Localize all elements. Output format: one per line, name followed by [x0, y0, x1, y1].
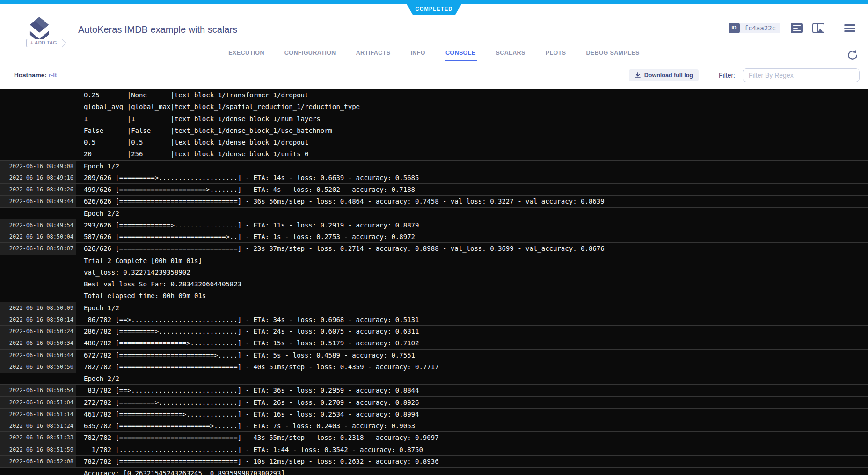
tab-bar: EXECUTIONCONFIGURATIONARTIFACTSINFOCONSO…: [0, 50, 868, 61]
log-line-text: Trial 2 Complete [00h 01m 01s]: [76, 255, 868, 266]
tab-plots[interactable]: PLOTS: [545, 50, 567, 61]
log-timestamp: [0, 267, 76, 278]
log-row: val_loss: 0.322714239358902: [0, 266, 868, 278]
log-line-text: global_avg |global_max|text_block_1/spat…: [76, 101, 868, 112]
log-line-text: 0.5 |0.5 |text_block_1/dense_block_1/dro…: [76, 137, 868, 148]
hostname-value: r-lt: [49, 72, 57, 79]
tab-scalars[interactable]: SCALARS: [495, 50, 526, 61]
log-line-text: 286/782 [=========>....................]…: [76, 326, 868, 337]
status-bar: [0, 0, 868, 4]
log-timestamp: 2022-06-16 08:49:44: [0, 196, 76, 207]
tab-debug-samples[interactable]: DEBUG SAMPLES: [585, 50, 640, 61]
log-timestamp: [0, 137, 76, 148]
split-view-icon[interactable]: [812, 23, 824, 33]
log-timestamp: 2022-06-16 08:51:04: [0, 397, 76, 408]
log-timestamp: 2022-06-16 08:50:04: [0, 231, 76, 242]
log-line-text: 0.25 |None |text_block_1/transformer_1/d…: [76, 89, 868, 101]
log-row: Total elapsed time: 00h 09m 01s: [0, 290, 868, 301]
log-line-text: 209/626 [=========>....................]…: [76, 172, 868, 183]
log-line-text: 461/782 [================>.............]…: [76, 409, 868, 420]
menu-icon[interactable]: [844, 22, 855, 34]
log-timestamp: [0, 468, 76, 475]
log-line-text: Epoch 2/2: [76, 373, 868, 384]
log-timestamp: [0, 113, 76, 124]
log-row: 2022-06-16 08:50:09 Epoch 1/2: [0, 302, 868, 314]
log-row: 2022-06-16 08:52:08 782/782 [===========…: [0, 455, 868, 467]
log-timestamp: [0, 125, 76, 136]
log-line-text: 20 |256 |text_block_1/dense_block_1/unit…: [76, 148, 868, 160]
log-timestamp: 2022-06-16 08:50:14: [0, 314, 76, 325]
log-line-text: 272/782 [=========>....................]…: [76, 397, 868, 408]
console-toolbar: Hostname: r-lt Download full log Filter:: [0, 61, 868, 89]
tab-configuration[interactable]: CONFIGURATION: [284, 50, 337, 61]
tab-console[interactable]: CONSOLE: [445, 50, 477, 61]
log-line-text: Epoch 1/2: [76, 161, 868, 172]
log-line-text: 83/782 [==>...........................] …: [76, 385, 868, 396]
log-row: 2022-06-16 08:51:14 461/782 [===========…: [0, 408, 868, 420]
log-row: 2022-06-16 08:50:50 782/782 [===========…: [0, 361, 868, 373]
log-row: 2022-06-16 08:51:04 272/782 [=========>.…: [0, 396, 868, 408]
log-row: 0.5 |0.5 |text_block_1/dense_block_1/dro…: [0, 136, 868, 148]
header-actions: ID fc4aa22c: [729, 22, 855, 34]
log-timestamp: 2022-06-16 08:51:14: [0, 409, 76, 420]
download-full-log-button[interactable]: Download full log: [629, 69, 699, 81]
log-timestamp: 2022-06-16 08:49:08: [0, 161, 76, 172]
log-row: 20 |256 |text_block_1/dense_block_1/unit…: [0, 148, 868, 160]
log-row: 2022-06-16 08:49:54 293/626 [===========…: [0, 219, 868, 231]
log-row: 2022-06-16 08:49:08 Epoch 1/2: [0, 160, 868, 172]
log-timestamp: [0, 89, 76, 101]
log-row: 1 |1 |text_block_1/dense_block_1/num_lay…: [0, 113, 868, 124]
id-value: fc4aa22c: [740, 24, 780, 32]
log-timestamp: [0, 290, 76, 301]
log-row: False |False |text_block_1/dense_block_1…: [0, 124, 868, 136]
log-timestamp: 2022-06-16 08:50:34: [0, 337, 76, 349]
log-timestamp: 2022-06-16 08:49:54: [0, 219, 76, 231]
log-row: 2022-06-16 08:50:44 672/782 [===========…: [0, 349, 868, 361]
log-line-text: 480/782 [=================>............]…: [76, 337, 868, 349]
log-line-text: 626/626 [==============================]…: [76, 196, 868, 207]
log-row: global_avg |global_max|text_block_1/spat…: [0, 101, 868, 112]
log-line-text: 782/782 [==============================]…: [76, 456, 868, 467]
log-line-text: val_loss: 0.322714239358902: [76, 267, 868, 278]
log-row: Epoch 2/2: [0, 207, 868, 219]
tab-info[interactable]: INFO: [409, 50, 426, 61]
filter-regex-input[interactable]: [743, 68, 860, 82]
log-line-text: 499/626 [======================>.......]…: [76, 184, 868, 195]
log-timestamp: [0, 148, 76, 160]
details-view-icon[interactable]: [791, 23, 803, 33]
log-line-text: Accuracy: [0.26321545243263245, 0.893599…: [76, 468, 868, 475]
status-badge: COMPLETED: [407, 4, 462, 15]
log-row: 0.25 |None |text_block_1/transformer_1/d…: [0, 89, 868, 101]
tab-artifacts[interactable]: ARTIFACTS: [355, 50, 392, 61]
log-row: Trial 2 Complete [00h 01m 01s]: [0, 255, 868, 266]
log-row: Best val_loss So Far: 0.2834320664405823: [0, 278, 868, 290]
log-line-text: 672/782 [========================>.....]…: [76, 350, 868, 361]
add-tag-button[interactable]: + ADD TAG: [26, 39, 62, 47]
log-row: 2022-06-16 08:51:33 782/782 [===========…: [0, 431, 868, 443]
log-timestamp: [0, 373, 76, 384]
page-title: AutoKeras IMDB example with scalars: [78, 24, 237, 35]
log-row: 2022-06-16 08:50:07 626/626 [===========…: [0, 242, 868, 254]
log-line-text: 782/782 [==============================]…: [76, 361, 868, 373]
log-line-text: 626/626 [==============================]…: [76, 243, 868, 254]
tab-execution[interactable]: EXECUTION: [227, 50, 265, 61]
log-row: 2022-06-16 08:50:54 83/782 [==>.........…: [0, 384, 868, 396]
log-timestamp: [0, 208, 76, 219]
log-row: 2022-06-16 08:50:34 480/782 [===========…: [0, 337, 868, 349]
log-timestamp: 2022-06-16 08:50:44: [0, 350, 76, 361]
log-row: 2022-06-16 08:51:24 635/782 [===========…: [0, 420, 868, 431]
log-row: 2022-06-16 08:50:04 587/626 [===========…: [0, 231, 868, 242]
log-line-text: Total elapsed time: 00h 09m 01s: [76, 290, 868, 301]
log-row: 2022-06-16 08:49:44 626/626 [===========…: [0, 195, 868, 207]
log-timestamp: 2022-06-16 08:52:08: [0, 456, 76, 467]
log-line-text: Epoch 1/2: [76, 302, 868, 314]
log-row: 2022-06-16 08:50:14 86/782 [==>.........…: [0, 314, 868, 325]
log-line-text: 293/626 [=============>................]…: [76, 219, 868, 231]
console-log[interactable]: 0.25 |None |text_block_1/transformer_1/d…: [0, 89, 868, 475]
log-timestamp: 2022-06-16 08:51:24: [0, 420, 76, 431]
log-line-text: Best val_loss So Far: 0.2834320664405823: [76, 278, 868, 290]
log-timestamp: 2022-06-16 08:50:50: [0, 361, 76, 373]
log-timestamp: 2022-06-16 08:50:24: [0, 326, 76, 337]
auto-refresh-icon[interactable]: [846, 49, 859, 61]
log-timestamp: [0, 278, 76, 290]
